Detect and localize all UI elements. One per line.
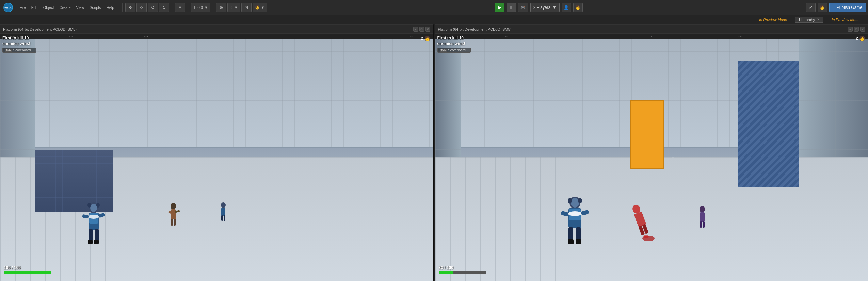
expand-btn[interactable]: ⤢: [806, 3, 816, 12]
svg-point-44: [700, 206, 705, 213]
svg-point-37: [578, 198, 582, 203]
left-health-bar: [4, 271, 51, 274]
right-hud-topleft: First to kill 10 enemies wins! Tab Score…: [437, 36, 471, 53]
scale-tool-btn[interactable]: ↻: [159, 3, 169, 12]
left-hud-topright: 2 🧑: [421, 36, 430, 41]
right-staircase: [738, 39, 799, 187]
right-kill-line1: First to kill 10: [437, 36, 471, 41]
right-scoreboard-btn[interactable]: Tab Scoreboard...: [437, 48, 471, 53]
right-scoreboard-label: Scoreboard...: [448, 48, 468, 52]
right-kill-line2: enemies wins!: [437, 41, 471, 47]
core-logo: CORE: [2, 1, 14, 14]
preview-mode-right: In Preview Mo...: [832, 18, 858, 22]
right-game-scene: 190 S 256: [435, 34, 868, 281]
player-settings-btn[interactable]: 🧑: [573, 3, 583, 12]
left-panel-titlebar: Platform (64-bit Development PCD3D_SM5) …: [0, 25, 433, 34]
left-person-icon: 🧑: [424, 36, 430, 41]
svg-rect-9: [88, 240, 93, 244]
right-minimize-btn[interactable]: –: [848, 27, 853, 32]
right-viewport-canvas[interactable]: 190 S 256: [435, 34, 868, 281]
svg-rect-12: [82, 214, 89, 219]
svg-point-43: [643, 235, 649, 238]
left-player3-char: [216, 201, 230, 230]
hierarchy-close-icon[interactable]: ✕: [817, 18, 820, 21]
menu-scripts[interactable]: Scripts: [87, 4, 104, 11]
left-scoreboard-label: Scoreboard...: [13, 48, 34, 52]
terrain-btn[interactable]: ⊡: [241, 3, 252, 12]
svg-rect-33: [576, 239, 581, 244]
player-dropdown[interactable]: 🧑 ▼: [253, 3, 267, 12]
grid-view-btn[interactable]: ⊞: [175, 3, 185, 12]
right-player-icon: 2: [856, 36, 858, 41]
right-health-fill: [439, 271, 453, 274]
svg-point-29: [568, 211, 582, 216]
left-kill-line2: enemies wins!: [2, 41, 36, 47]
hierarchy-label: Hierarchy: [799, 18, 815, 22]
left-ruler: NW 309 345 10: [0, 34, 433, 39]
right-close-btn[interactable]: ✕: [860, 27, 865, 32]
separator-1: [122, 3, 123, 12]
svg-point-3: [90, 204, 97, 212]
svg-rect-32: [568, 239, 574, 244]
publish-label: Publish Game: [837, 5, 862, 10]
svg-point-21: [221, 202, 226, 208]
snap-dropdown[interactable]: ⊹ ▼: [227, 3, 240, 12]
add-player-btn[interactable]: 👤: [562, 3, 571, 12]
svg-rect-23: [221, 215, 223, 221]
left-maximize-btn[interactable]: □: [419, 27, 424, 32]
left-health-fill: [4, 271, 51, 274]
left-close-btn[interactable]: ✕: [425, 27, 430, 32]
menu-create[interactable]: Create: [57, 4, 74, 11]
multiplayer-icon-btn[interactable]: 🎮: [518, 3, 528, 12]
right-health-text: 30 / 100: [439, 265, 486, 270]
right-hud-topright: 2 🧑: [856, 36, 865, 41]
menu-file[interactable]: File: [17, 4, 29, 11]
left-player-icon: 2: [421, 36, 423, 41]
left-player1-char: [78, 198, 109, 253]
zoom-dropdown[interactable]: 100.0 ▼: [191, 3, 210, 12]
right-ruler: 190 S 256: [435, 34, 868, 39]
svg-rect-22: [221, 208, 225, 216]
players-chevron: ▼: [552, 5, 557, 10]
move-tool-btn[interactable]: ✥: [125, 3, 135, 12]
svg-rect-11: [98, 213, 105, 218]
left-health-text: 100 / 100: [4, 265, 51, 270]
play-button[interactable]: ▶: [495, 3, 504, 12]
account-btn[interactable]: 🧑: [818, 3, 827, 12]
select-tool-btn[interactable]: ⊹: [136, 3, 147, 12]
right-health-bar: [439, 271, 486, 274]
svg-rect-30: [568, 227, 573, 241]
menu-object[interactable]: Object: [41, 4, 57, 11]
right-panel-titlebar: Platform (64-bit Development PCD3D_SM5) …: [435, 25, 868, 34]
left-tab-key: Tab: [5, 49, 12, 52]
rotate-tool-btn[interactable]: ↺: [148, 3, 158, 12]
left-window-controls: – □ ✕: [413, 27, 430, 32]
zoom-chevron: ▼: [204, 5, 208, 10]
svg-rect-47: [703, 221, 705, 228]
left-scoreboard-btn[interactable]: Tab Scoreboard...: [2, 48, 36, 53]
hierarchy-tab[interactable]: Hierarchy ✕: [795, 17, 823, 23]
left-hud-topleft: First to kill 10 enemies wins! Tab Score…: [2, 36, 36, 53]
pause-button[interactable]: ⏸: [507, 3, 516, 12]
top-toolbar: CORE File Edit Object Create View Script…: [0, 0, 868, 15]
right-health-bar-container: 30 / 100: [439, 265, 486, 274]
svg-point-13: [87, 203, 91, 208]
menu-help[interactable]: Help: [104, 4, 117, 11]
world-btn[interactable]: ⊕: [216, 3, 226, 12]
zoom-value: 100.0: [193, 5, 203, 10]
right-window-controls: – □ ✕: [848, 27, 865, 32]
right-maximize-btn[interactable]: □: [854, 27, 859, 32]
svg-rect-10: [94, 240, 99, 244]
svg-text:CORE: CORE: [4, 6, 13, 10]
svg-rect-35: [561, 211, 569, 216]
left-minimize-btn[interactable]: –: [413, 27, 418, 32]
left-kill-line1: First to kill 10: [2, 36, 36, 41]
svg-point-36: [568, 198, 572, 203]
players-dropdown[interactable]: 2 Players ▼: [530, 3, 560, 12]
publish-game-button[interactable]: ↑ Publish Game: [829, 3, 866, 12]
play-controls: ▶ ⏸ 🎮 2 Players ▼ 👤 🧑: [273, 3, 805, 12]
menu-view[interactable]: View: [74, 4, 87, 11]
left-health-bar-container: 100 / 100: [4, 265, 51, 274]
menu-edit[interactable]: Edit: [29, 4, 41, 11]
left-viewport-canvas[interactable]: NW 309 345 10: [0, 34, 433, 281]
